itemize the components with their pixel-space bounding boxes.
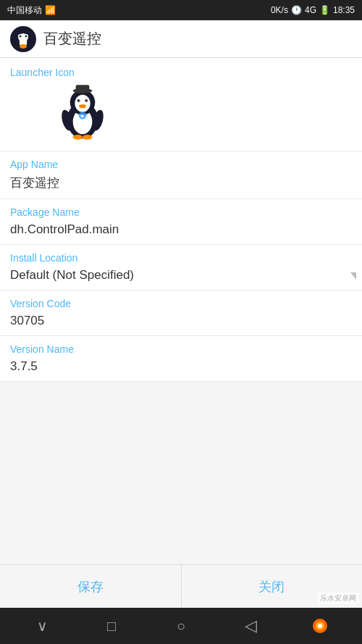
- nav-bar: ∨ □ ○ ◁: [0, 608, 362, 644]
- signal-icon: 📶: [45, 5, 56, 15]
- content-area: Launcher Icon: [0, 58, 362, 382]
- bottom-buttons: 保存 关闭: [0, 564, 362, 608]
- package-name-label: Package Name: [10, 206, 352, 218]
- launcher-icon-image[interactable]: ☯: [54, 84, 111, 142]
- install-location-label: Install Location: [10, 252, 352, 264]
- version-code-value[interactable]: 30705: [10, 314, 352, 335]
- svg-point-17: [85, 99, 88, 102]
- network-type: 4G: [305, 5, 316, 15]
- nav-recent-icon[interactable]: □: [97, 611, 126, 640]
- version-name-value[interactable]: 3.7.5: [10, 359, 352, 381]
- svg-point-24: [73, 135, 83, 140]
- data-speed: 0K/s: [271, 5, 288, 15]
- status-left: 中国移动 📶: [7, 4, 56, 17]
- version-code-label: Version Code: [10, 298, 352, 309]
- app-icon: [10, 26, 36, 52]
- svg-point-7: [20, 44, 27, 49]
- nav-down-icon[interactable]: ∨: [28, 611, 56, 640]
- nav-back-icon[interactable]: ◁: [236, 611, 265, 640]
- svg-point-6: [25, 35, 28, 37]
- svg-point-19: [86, 99, 87, 100]
- title-bar: 百变遥控: [0, 20, 362, 58]
- svg-point-8: [15, 38, 20, 46]
- version-name-section: Version Name 3.7.5: [0, 336, 362, 382]
- app-name-section: App Name 百变遥控: [0, 151, 362, 199]
- package-name-section: Package Name dh.ControlPad.main: [0, 199, 362, 245]
- svg-point-18: [79, 99, 80, 100]
- status-bar: 中国移动 📶 0K/s 🕐 4G 🔋 18:35: [0, 0, 362, 20]
- svg-point-5: [20, 35, 22, 37]
- svg-point-16: [77, 99, 80, 102]
- package-name-value[interactable]: dh.ControlPad.main: [10, 222, 352, 244]
- version-name-label: Version Name: [10, 343, 352, 355]
- nav-app-icon[interactable]: [306, 611, 334, 640]
- watermark: 乐水安卓网: [317, 593, 359, 604]
- app-name-label: App Name: [10, 159, 352, 170]
- svg-rect-29: [76, 85, 90, 91]
- svg-point-9: [27, 38, 31, 46]
- install-location-value[interactable]: Default (Not Specified): [10, 268, 352, 290]
- launcher-icon-section: Launcher Icon: [0, 58, 362, 151]
- clock-icon: 🕐: [291, 5, 302, 15]
- svg-point-32: [318, 624, 322, 628]
- nav-home-icon[interactable]: ○: [167, 611, 195, 640]
- time: 18:35: [333, 5, 355, 15]
- svg-point-13: [75, 95, 90, 112]
- save-button[interactable]: 保存: [0, 565, 182, 608]
- launcher-icon-label: Launcher Icon: [10, 67, 75, 78]
- app-name-value[interactable]: 百变遥控: [10, 175, 352, 198]
- dropdown-arrow-icon[interactable]: [350, 272, 356, 280]
- status-right: 0K/s 🕐 4G 🔋 18:35: [271, 5, 355, 15]
- install-location-section: Install Location Default (Not Specified): [0, 245, 362, 290]
- page-title: 百变遥控: [43, 29, 101, 49]
- battery-icon: 🔋: [319, 5, 330, 15]
- svg-point-25: [83, 135, 92, 140]
- version-code-section: Version Code 30705: [0, 290, 362, 336]
- carrier: 中国移动: [7, 4, 42, 17]
